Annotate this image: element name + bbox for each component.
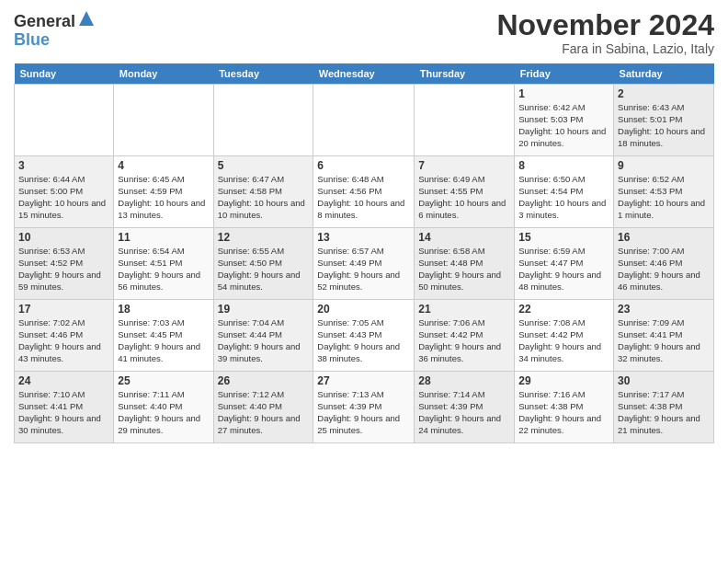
calendar-cell	[415, 85, 515, 156]
calendar-cell	[313, 85, 415, 156]
logo-text-blue: Blue	[14, 30, 50, 49]
day-info: Sunrise: 6:45 AM Sunset: 4:59 PM Dayligh…	[118, 174, 209, 221]
calendar-cell: 28Sunrise: 7:14 AM Sunset: 4:39 PM Dayli…	[415, 372, 515, 443]
day-info: Sunrise: 6:48 AM Sunset: 4:56 PM Dayligh…	[317, 174, 410, 221]
day-number: 14	[418, 231, 510, 244]
day-info: Sunrise: 7:17 AM Sunset: 4:38 PM Dayligh…	[618, 389, 710, 436]
day-number: 23	[618, 303, 710, 316]
calendar-cell: 8Sunrise: 6:50 AM Sunset: 4:54 PM Daylig…	[515, 156, 614, 228]
calendar-week-1: 3Sunrise: 6:44 AM Sunset: 5:00 PM Daylig…	[15, 156, 714, 228]
calendar-cell: 19Sunrise: 7:04 AM Sunset: 4:44 PM Dayli…	[213, 300, 313, 372]
calendar-cell: 10Sunrise: 6:53 AM Sunset: 4:52 PM Dayli…	[15, 228, 114, 300]
calendar-cell: 4Sunrise: 6:45 AM Sunset: 4:59 PM Daylig…	[114, 156, 213, 228]
day-info: Sunrise: 7:04 AM Sunset: 4:44 PM Dayligh…	[218, 317, 310, 364]
col-wednesday: Wednesday	[313, 63, 415, 85]
calendar-cell: 23Sunrise: 7:09 AM Sunset: 4:41 PM Dayli…	[614, 300, 714, 372]
calendar-header: Sunday Monday Tuesday Wednesday Thursday…	[15, 63, 714, 85]
col-monday: Monday	[114, 63, 213, 85]
day-info: Sunrise: 6:59 AM Sunset: 4:47 PM Dayligh…	[518, 246, 609, 293]
logo-icon	[77, 9, 96, 28]
day-info: Sunrise: 7:05 AM Sunset: 4:43 PM Dayligh…	[317, 317, 410, 364]
day-number: 8	[518, 159, 609, 172]
calendar-cell: 16Sunrise: 7:00 AM Sunset: 4:46 PM Dayli…	[614, 228, 714, 300]
day-info: Sunrise: 7:12 AM Sunset: 4:40 PM Dayligh…	[218, 389, 310, 436]
day-number: 3	[18, 159, 109, 172]
calendar-cell: 1Sunrise: 6:42 AM Sunset: 5:03 PM Daylig…	[515, 85, 614, 156]
day-info: Sunrise: 6:57 AM Sunset: 4:49 PM Dayligh…	[317, 246, 410, 293]
calendar-cell: 20Sunrise: 7:05 AM Sunset: 4:43 PM Dayli…	[313, 300, 415, 372]
day-info: Sunrise: 7:03 AM Sunset: 4:45 PM Dayligh…	[118, 317, 209, 364]
day-info: Sunrise: 6:50 AM Sunset: 4:54 PM Dayligh…	[518, 174, 609, 221]
calendar-cell: 14Sunrise: 6:58 AM Sunset: 4:48 PM Dayli…	[415, 228, 515, 300]
subtitle: Fara in Sabina, Lazio, Italy	[496, 41, 714, 56]
calendar-cell: 9Sunrise: 6:52 AM Sunset: 4:53 PM Daylig…	[614, 156, 714, 228]
calendar-cell: 30Sunrise: 7:17 AM Sunset: 4:38 PM Dayli…	[614, 372, 714, 443]
day-number: 10	[18, 231, 109, 244]
day-number: 5	[218, 159, 310, 172]
day-number: 7	[418, 159, 510, 172]
day-number: 29	[518, 374, 609, 387]
day-info: Sunrise: 6:44 AM Sunset: 5:00 PM Dayligh…	[18, 174, 109, 221]
day-info: Sunrise: 6:55 AM Sunset: 4:50 PM Dayligh…	[218, 246, 310, 293]
day-info: Sunrise: 7:16 AM Sunset: 4:38 PM Dayligh…	[518, 389, 609, 436]
calendar-cell: 11Sunrise: 6:54 AM Sunset: 4:51 PM Dayli…	[114, 228, 213, 300]
svg-marker-0	[79, 11, 94, 26]
day-info: Sunrise: 6:52 AM Sunset: 4:53 PM Dayligh…	[618, 174, 710, 221]
day-number: 26	[218, 374, 310, 387]
day-info: Sunrise: 6:47 AM Sunset: 4:58 PM Dayligh…	[218, 174, 310, 221]
calendar-week-4: 24Sunrise: 7:10 AM Sunset: 4:41 PM Dayli…	[15, 372, 714, 443]
calendar-cell	[114, 85, 213, 156]
calendar-cell: 13Sunrise: 6:57 AM Sunset: 4:49 PM Dayli…	[313, 228, 415, 300]
calendar-week-2: 10Sunrise: 6:53 AM Sunset: 4:52 PM Dayli…	[15, 228, 714, 300]
calendar-cell: 25Sunrise: 7:11 AM Sunset: 4:40 PM Dayli…	[114, 372, 213, 443]
day-info: Sunrise: 6:53 AM Sunset: 4:52 PM Dayligh…	[18, 246, 109, 293]
day-number: 6	[317, 159, 410, 172]
day-number: 21	[418, 303, 510, 316]
header: General Blue November 2024 Fara in Sabin…	[14, 9, 714, 56]
calendar-week-0: 1Sunrise: 6:42 AM Sunset: 5:03 PM Daylig…	[15, 85, 714, 156]
calendar-cell: 24Sunrise: 7:10 AM Sunset: 4:41 PM Dayli…	[15, 372, 114, 443]
day-info: Sunrise: 7:00 AM Sunset: 4:46 PM Dayligh…	[618, 246, 710, 293]
calendar-cell: 6Sunrise: 6:48 AM Sunset: 4:56 PM Daylig…	[313, 156, 415, 228]
day-number: 28	[418, 374, 510, 387]
logo: General Blue	[14, 13, 96, 50]
day-number: 2	[618, 87, 710, 100]
logo-text-general: General	[14, 13, 75, 31]
day-number: 30	[618, 374, 710, 387]
day-info: Sunrise: 7:13 AM Sunset: 4:39 PM Dayligh…	[317, 389, 410, 436]
day-number: 20	[317, 303, 410, 316]
day-number: 4	[118, 159, 209, 172]
calendar-cell: 29Sunrise: 7:16 AM Sunset: 4:38 PM Dayli…	[515, 372, 614, 443]
day-info: Sunrise: 6:54 AM Sunset: 4:51 PM Dayligh…	[118, 246, 209, 293]
calendar-week-3: 17Sunrise: 7:02 AM Sunset: 4:46 PM Dayli…	[15, 300, 714, 372]
day-info: Sunrise: 6:49 AM Sunset: 4:55 PM Dayligh…	[418, 174, 510, 221]
day-number: 15	[518, 231, 609, 244]
calendar-cell: 15Sunrise: 6:59 AM Sunset: 4:47 PM Dayli…	[515, 228, 614, 300]
calendar-cell	[213, 85, 313, 156]
calendar-cell	[15, 85, 114, 156]
day-info: Sunrise: 7:10 AM Sunset: 4:41 PM Dayligh…	[18, 389, 109, 436]
day-number: 17	[18, 303, 109, 316]
title-block: November 2024 Fara in Sabina, Lazio, Ita…	[496, 9, 714, 56]
day-number: 1	[518, 87, 609, 100]
day-info: Sunrise: 7:08 AM Sunset: 4:42 PM Dayligh…	[518, 317, 609, 364]
col-sunday: Sunday	[15, 63, 114, 85]
day-info: Sunrise: 7:11 AM Sunset: 4:40 PM Dayligh…	[118, 389, 209, 436]
month-title: November 2024	[496, 9, 714, 41]
header-row: Sunday Monday Tuesday Wednesday Thursday…	[15, 63, 714, 85]
day-number: 16	[618, 231, 710, 244]
day-info: Sunrise: 7:09 AM Sunset: 4:41 PM Dayligh…	[618, 317, 710, 364]
calendar-cell: 18Sunrise: 7:03 AM Sunset: 4:45 PM Dayli…	[114, 300, 213, 372]
calendar-cell: 2Sunrise: 6:43 AM Sunset: 5:01 PM Daylig…	[614, 85, 714, 156]
calendar-cell: 21Sunrise: 7:06 AM Sunset: 4:42 PM Dayli…	[415, 300, 515, 372]
calendar-cell: 26Sunrise: 7:12 AM Sunset: 4:40 PM Dayli…	[213, 372, 313, 443]
day-info: Sunrise: 6:58 AM Sunset: 4:48 PM Dayligh…	[418, 246, 510, 293]
col-saturday: Saturday	[614, 63, 714, 85]
col-thursday: Thursday	[415, 63, 515, 85]
page-container: General Blue November 2024 Fara in Sabin…	[0, 0, 728, 448]
day-number: 19	[218, 303, 310, 316]
calendar-body: 1Sunrise: 6:42 AM Sunset: 5:03 PM Daylig…	[15, 85, 714, 443]
day-info: Sunrise: 6:43 AM Sunset: 5:01 PM Dayligh…	[618, 102, 710, 149]
calendar-cell: 5Sunrise: 6:47 AM Sunset: 4:58 PM Daylig…	[213, 156, 313, 228]
day-number: 9	[618, 159, 710, 172]
